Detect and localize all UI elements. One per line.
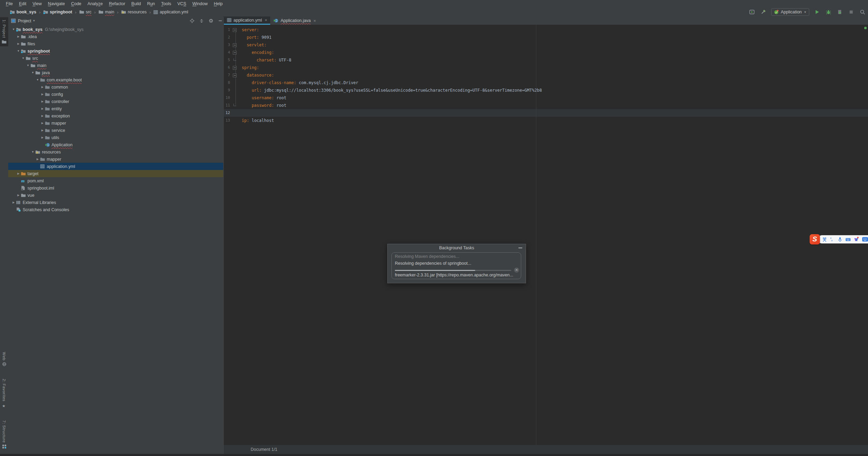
run-button[interactable] — [814, 9, 821, 15]
tree-expand-arrow[interactable]: ▶ — [16, 42, 21, 45]
breadcrumb-src[interactable]: src — [78, 10, 93, 14]
fold-marker[interactable] — [233, 28, 237, 32]
tool-button-web[interactable]: Web — [0, 350, 8, 369]
menu-analyze[interactable]: Analyze — [84, 0, 106, 8]
breadcrumb-book_sys[interactable]: book_sys — [9, 10, 37, 14]
breadcrumb-springboot[interactable]: springboot — [42, 10, 73, 14]
tool-button--project[interactable]: 1: Project — [0, 17, 8, 46]
cancel-task-icon[interactable]: ✕ — [514, 267, 519, 273]
tree-expand-arrow[interactable]: ▶ — [40, 136, 45, 139]
tree-expand-arrow[interactable]: ▶ — [40, 100, 45, 103]
tree-item-.idea[interactable]: ▶.idea — [8, 33, 223, 40]
gear-icon[interactable] — [208, 18, 214, 23]
run-anything-icon[interactable] — [749, 9, 755, 15]
tree-expand-arrow[interactable]: ▶ — [40, 107, 45, 110]
ime-logo[interactable]: S — [810, 234, 820, 244]
tool-button--favorites[interactable]: 2: Favorites★ — [0, 376, 8, 410]
tree-expand-arrow[interactable]: ▶ — [35, 158, 40, 161]
close-tab-icon[interactable]: × — [313, 18, 316, 23]
tree-expand-arrow[interactable]: ▶ — [16, 35, 21, 38]
tree-item-mapper[interactable]: ▶mapper — [8, 156, 223, 163]
tree-item-utils[interactable]: ▶utils — [8, 134, 223, 141]
tree-item-application[interactable]: CApplication — [8, 141, 223, 148]
tree-item-exception[interactable]: ▶exception — [8, 112, 223, 119]
ime-skin-icon[interactable] — [854, 237, 859, 242]
fold-marker[interactable] — [233, 43, 237, 47]
menu-navigate[interactable]: Navigate — [45, 0, 68, 8]
ime-toolbox-icon[interactable] — [862, 237, 868, 242]
tool-button--structure[interactable]: 7: Structure — [0, 418, 8, 451]
fold-marker[interactable] — [233, 51, 237, 55]
locate-file-icon[interactable] — [190, 18, 195, 23]
tree-expand-arrow[interactable]: ▶ — [16, 172, 21, 175]
tree-item-target[interactable]: ▶target — [8, 170, 223, 177]
menu-refactor[interactable]: Refactor — [106, 0, 128, 8]
code-text[interactable]: server: port: 9091 servlet: encoding: ch… — [242, 26, 542, 124]
fold-marker[interactable] — [233, 73, 237, 77]
menu-tools[interactable]: Tools — [158, 0, 174, 8]
tree-item-src[interactable]: ▼src — [8, 55, 223, 62]
breadcrumb-application.yml[interactable]: application.yml — [152, 10, 189, 14]
tree-expand-arrow[interactable]: ▶ — [40, 93, 45, 96]
tree-expand-arrow[interactable]: ▶ — [40, 86, 45, 89]
search-everywhere-icon[interactable] — [859, 9, 866, 15]
menu-file[interactable]: File — [3, 0, 16, 8]
editor-content[interactable]: 12345678910111213 server: port: 9091 ser… — [224, 25, 868, 445]
menu-run[interactable]: Run — [144, 0, 158, 8]
editor-tab-application.yml[interactable]: application.yml× — [224, 16, 270, 25]
fold-marker[interactable] — [233, 104, 236, 106]
collapse-all-icon[interactable] — [199, 19, 204, 23]
minimize-icon[interactable] — [518, 248, 522, 248]
tree-item-springboot.iml[interactable]: springboot.iml — [8, 184, 223, 192]
tree-item-mapper[interactable]: ▶mapper — [8, 119, 223, 127]
tree-item-book-sys[interactable]: ▼book_sysG:\shejing\book_sys — [8, 26, 223, 33]
tree-expand-arrow[interactable]: ▶ — [11, 201, 16, 204]
tree-item-scratches-and-consoles[interactable]: Scratches and Consoles — [8, 206, 223, 213]
editor-tab-Application.java[interactable]: CApplication.java× — [270, 16, 319, 25]
menu-window[interactable]: Window — [189, 0, 210, 8]
menu-edit[interactable]: Edit — [16, 0, 30, 8]
inspection-status-indicator[interactable] — [864, 27, 867, 29]
tree-expand-arrow[interactable]: ▶ — [16, 194, 21, 197]
tree-item-java[interactable]: ▼java — [8, 69, 223, 76]
line-number-gutter[interactable]: 12345678910111213 — [224, 26, 230, 124]
tree-expand-arrow[interactable]: ▼ — [25, 64, 31, 67]
tree-expand-arrow[interactable]: ▼ — [21, 57, 26, 60]
tree-item-com.example.boot[interactable]: ▼com.example.boot — [8, 76, 223, 83]
menu-code[interactable]: Code — [68, 0, 84, 8]
tree-item-resources[interactable]: ▼resources — [8, 148, 223, 156]
menu-view[interactable]: View — [30, 0, 45, 8]
project-title[interactable]: Project — [18, 19, 31, 23]
tree-item-files[interactable]: ▶files — [8, 40, 223, 47]
tree-item-springboot[interactable]: ▼springboot — [8, 47, 223, 55]
menu-build[interactable]: Build — [128, 0, 144, 8]
menu-help[interactable]: Help — [211, 0, 226, 8]
build-hammer-icon[interactable] — [760, 9, 767, 15]
keyboard-icon[interactable] — [845, 237, 851, 242]
tree-item-service[interactable]: ▶service — [8, 127, 223, 134]
close-tab-icon[interactable]: × — [265, 18, 267, 23]
tree-expand-arrow[interactable]: ▼ — [35, 78, 40, 81]
run-with-coverage-button[interactable] — [836, 9, 843, 15]
chevron-down-icon[interactable]: ▼ — [33, 19, 35, 22]
breadcrumb-main[interactable]: main — [98, 10, 115, 14]
tree-expand-arrow[interactable]: ▶ — [40, 122, 45, 125]
tree-item-pom.xml[interactable]: mpom.xml — [8, 177, 223, 184]
tree-item-controller[interactable]: ▶controller — [8, 98, 223, 105]
ime-punctuation-icon[interactable]: ’, — [830, 237, 835, 242]
tree-item-main[interactable]: ▼main — [8, 62, 223, 69]
microphone-icon[interactable] — [837, 237, 843, 242]
hide-tool-window-icon[interactable] — [218, 19, 222, 23]
fold-marker[interactable] — [233, 66, 237, 70]
tree-item-vue[interactable]: ▶vue — [8, 192, 223, 199]
tree-item-config[interactable]: ▶config — [8, 91, 223, 98]
tree-expand-arrow[interactable]: ▼ — [16, 49, 21, 53]
tree-item-entity[interactable]: ▶entity — [8, 105, 223, 112]
tree-expand-arrow[interactable]: ▼ — [30, 150, 35, 153]
tree-expand-arrow[interactable]: ▶ — [40, 129, 45, 132]
menu-vcs[interactable]: VCS — [174, 0, 190, 8]
run-configuration-select[interactable]: Application ▼ — [771, 8, 809, 16]
breadcrumb-resources[interactable]: resources — [120, 10, 148, 14]
tree-item-common[interactable]: ▶common — [8, 83, 223, 91]
debug-button[interactable] — [825, 9, 832, 15]
